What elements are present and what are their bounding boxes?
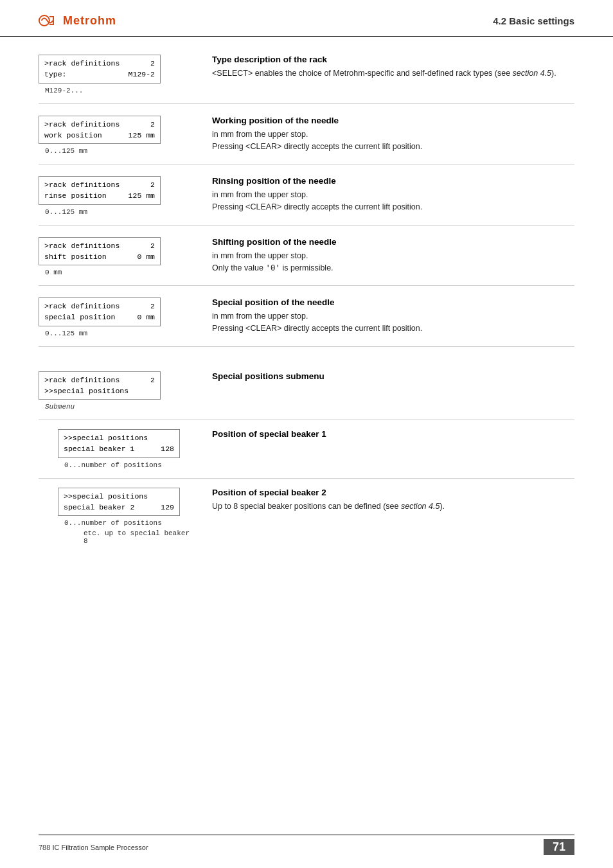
left-shift-position: >rack definitions 2 shift position 0 mm …	[39, 237, 193, 277]
main-content: >rack definitions 2 type: M129-2 M129-2.…	[0, 37, 613, 592]
left-type: >rack definitions 2 type: M129-2 M129-2.…	[39, 55, 193, 94]
right-beaker1: Position of special beaker 1	[212, 429, 574, 442]
terminal-work-line2-left: work position	[44, 130, 102, 141]
terminal-type-line1-right: 2	[150, 58, 155, 69]
title-rinse-position: Rinsing position of the needle	[212, 176, 574, 186]
logo-text: Metrohm	[63, 14, 116, 28]
terminal-rinse-line2-left: rinse position	[44, 190, 107, 201]
title-beaker2: Position of special beaker 2	[212, 488, 574, 497]
title-special-position: Special position of the needle	[212, 297, 574, 307]
section-rinse-position: >rack definitions 2 rinse position 125 m…	[39, 164, 574, 226]
page: Metrohm 4.2 Basic settings >rack definit…	[0, 0, 613, 868]
section-beaker2: >>special positions special beaker 2 129…	[39, 479, 574, 554]
header-section-title: 4.2 Basic settings	[493, 15, 574, 26]
terminal-type-line1-left: >rack definitions	[44, 58, 120, 69]
terminal-rinse-position: >rack definitions 2 rinse position 125 m…	[39, 176, 161, 205]
range-beaker2: 0...number of positions	[58, 519, 193, 527]
range-special-position: 0...125 mm	[39, 330, 193, 337]
terminal-special-line1-right: 2	[150, 301, 155, 312]
right-type: Type description of the rack <SELECT> en…	[212, 55, 574, 80]
body-beaker2: Up to 8 special beaker positions can be …	[212, 500, 574, 513]
svg-point-0	[39, 15, 49, 26]
terminal-shift-line2-left: shift position	[44, 251, 107, 262]
section-special-position: >rack definitions 2 special position 0 m…	[39, 286, 574, 347]
range-work-position: 0...125 mm	[39, 147, 193, 155]
range-rinse-position: 0...125 mm	[39, 208, 193, 216]
submenu-label: Submenu	[39, 403, 193, 411]
terminal-rinse-line2-right: 125 mm	[129, 190, 155, 201]
terminal-work-line1-right: 2	[150, 119, 155, 130]
body-shift-position: in mm from the upper stop.Only the value…	[212, 250, 574, 276]
terminal-shift-line2-right: 0 mm	[137, 251, 155, 262]
terminal-beaker2-line2-left: special beaker 2	[64, 502, 134, 513]
body-rinse-position: in mm from the upper stop.Pressing <CLEA…	[212, 189, 574, 214]
terminal-beaker1-line1-left: >>special positions	[64, 432, 148, 443]
section-submenu: >rack definitions 2 >>special positions …	[39, 360, 574, 421]
right-submenu: Special positions submenu	[212, 371, 574, 384]
left-beaker1: >>special positions special beaker 1 128…	[39, 429, 193, 469]
title-shift-position: Shifting position of the needle	[212, 237, 574, 247]
terminal-submenu-line1-left: >rack definitions	[44, 375, 120, 385]
section-shift-position: >rack definitions 2 shift position 0 mm …	[39, 226, 574, 287]
terminal-beaker1: >>special positions special beaker 1 128	[58, 429, 180, 458]
terminal-submenu-line1-right: 2	[150, 375, 155, 385]
body-type: <SELECT> enables the choice of Metrohm-s…	[212, 67, 574, 80]
title-work-position: Working position of the needle	[212, 116, 574, 125]
terminal-work-line2-right: 125 mm	[129, 130, 155, 141]
terminal-special-line1-left: >rack definitions	[44, 301, 120, 312]
terminal-type-line2-left: type:	[44, 69, 67, 80]
terminal-rinse-line1-right: 2	[150, 179, 155, 190]
terminal-beaker1-line2-right: 128	[161, 443, 174, 454]
section-work-position: >rack definitions 2 work position 125 mm…	[39, 104, 574, 165]
left-beaker2: >>special positions special beaker 2 129…	[39, 488, 193, 545]
footer-product: 788 IC Filtration Sample Processor	[39, 844, 148, 851]
terminal-beaker1-line2-left: special beaker 1	[64, 443, 134, 454]
logo-icon	[39, 12, 59, 30]
title-submenu: Special positions submenu	[212, 371, 574, 381]
left-work-position: >rack definitions 2 work position 125 mm…	[39, 116, 193, 155]
left-rinse-position: >rack definitions 2 rinse position 125 m…	[39, 176, 193, 216]
terminal-submenu-line2-left: >>special positions	[44, 385, 129, 396]
body-special-position: in mm from the upper stop.Pressing <CLEA…	[212, 310, 574, 335]
terminal-beaker2-line2-right: 129	[161, 502, 174, 513]
terminal-special-line2-left: special position	[44, 312, 115, 323]
terminal-special-line2-right: 0 mm	[137, 312, 155, 323]
right-shift-position: Shifting position of the needle in mm fr…	[212, 237, 574, 276]
title-type: Type description of the rack	[212, 55, 574, 64]
right-rinse-position: Rinsing position of the needle in mm fro…	[212, 176, 574, 214]
section-type: >rack definitions 2 type: M129-2 M129-2.…	[39, 43, 574, 104]
terminal-submenu: >rack definitions 2 >>special positions	[39, 371, 161, 400]
left-special-position: >rack definitions 2 special position 0 m…	[39, 297, 193, 337]
terminal-shift-line1-right: 2	[150, 240, 155, 251]
terminal-beaker2-line1-left: >>special positions	[64, 491, 148, 502]
terminal-shift-position: >rack definitions 2 shift position 0 mm	[39, 237, 161, 266]
body-work-position: in mm from the upper stop.Pressing <CLEA…	[212, 128, 574, 154]
range-beaker1: 0...number of positions	[58, 461, 193, 469]
right-work-position: Working position of the needle in mm fro…	[212, 116, 574, 154]
terminal-beaker2: >>special positions special beaker 2 129	[58, 488, 180, 517]
range-shift-position: 0 mm	[39, 269, 193, 276]
terminal-special-position: >rack definitions 2 special position 0 m…	[39, 297, 161, 326]
title-beaker1: Position of special beaker 1	[212, 429, 574, 439]
right-special-position: Special position of the needle in mm fro…	[212, 297, 574, 335]
terminal-type-line2-right: M129-2	[129, 69, 155, 80]
footer-page-number: 71	[544, 839, 574, 855]
left-submenu: >rack definitions 2 >>special positions …	[39, 371, 193, 411]
logo: Metrohm	[39, 12, 116, 30]
terminal-shift-line1-left: >rack definitions	[44, 240, 120, 251]
terminal-rinse-line1-left: >rack definitions	[44, 179, 120, 190]
terminal-type: >rack definitions 2 type: M129-2	[39, 55, 161, 84]
section-beaker1: >>special positions special beaker 1 128…	[39, 420, 574, 479]
footer: 788 IC Filtration Sample Processor 71	[39, 835, 574, 855]
header: Metrohm 4.2 Basic settings	[0, 0, 613, 37]
terminal-work-line1-left: >rack definitions	[44, 119, 120, 130]
range-type: M129-2...	[39, 87, 193, 94]
terminal-work-position: >rack definitions 2 work position 125 mm	[39, 116, 161, 145]
right-beaker2: Position of special beaker 2 Up to 8 spe…	[212, 488, 574, 513]
extra-beaker2: etc. up to special beaker 8	[58, 529, 193, 545]
